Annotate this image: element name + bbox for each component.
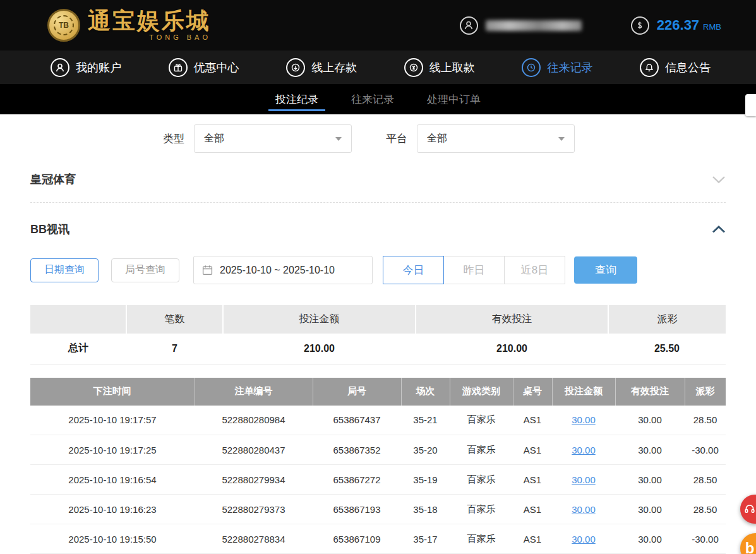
top-header: TB 通宝娱乐城 TONG BAO 226.37RMB <box>0 0 756 51</box>
session: 35-21 <box>401 406 450 435</box>
payout-value: 28.50 <box>685 406 726 435</box>
username-redacted <box>486 20 582 31</box>
main-nav: 我的账户 优惠中心 线上存款 线上取款 往来记录 信息公告 <box>0 51 756 84</box>
brand-name: 通宝娱乐城 <box>88 9 211 32</box>
header-order-number: 注单编号 <box>195 378 313 406</box>
summary-valid-bet: 210.00 <box>416 334 608 364</box>
type-label: 类型 <box>163 131 184 146</box>
date-query-button[interactable]: 日期查询 <box>30 258 99 282</box>
order-number: 522880278834 <box>195 524 313 554</box>
session: 35-20 <box>401 435 450 465</box>
payout-value: -30.00 <box>685 435 726 465</box>
platform-select[interactable]: 全部 <box>417 124 575 153</box>
yesterday-button[interactable]: 昨日 <box>443 256 505 284</box>
bet-time: 2025-10-10 19:16:23 <box>30 495 195 524</box>
account-icon <box>51 58 69 77</box>
table-row: 2025-10-10 19:15:50 522880278834 6538671… <box>30 524 726 554</box>
valid-bet: 30.00 <box>615 435 685 465</box>
gift-icon <box>169 58 188 77</box>
table-number: AS1 <box>513 524 552 554</box>
withdraw-icon <box>404 58 423 77</box>
game-type: 百家乐 <box>450 495 513 524</box>
bet-time: 2025-10-10 19:15:50 <box>30 524 195 554</box>
dollar-icon <box>631 16 649 35</box>
chevron-up-icon[interactable] <box>712 225 726 234</box>
tab-transaction-records[interactable]: 往来记录 <box>349 84 396 114</box>
round-number: 653867352 <box>313 435 401 465</box>
summary-header-valid-bet: 有效投注 <box>416 305 608 334</box>
summary-table: 笔数 投注金额 有效投注 派彩 总计 7 210.00 210.00 25.50 <box>30 305 726 364</box>
summary-header-bet-amount: 投注金额 <box>223 305 416 334</box>
nav-item-withdraw[interactable]: 线上取款 <box>404 58 475 77</box>
nav-label: 线上取款 <box>429 60 475 75</box>
account-summary[interactable] <box>460 16 582 35</box>
balance-amount: 226.37 <box>657 17 699 33</box>
bet-amount-link[interactable]: 30.00 <box>572 414 596 425</box>
game-type: 百家乐 <box>450 435 513 465</box>
quick-range-group: 今日 昨日 近8日 <box>383 256 565 284</box>
payout-value: 28.50 <box>685 495 726 524</box>
nav-item-deposit[interactable]: 线上存款 <box>286 58 357 77</box>
records-icon <box>522 58 541 77</box>
order-number: 522880279373 <box>195 495 313 524</box>
chip-label: TB <box>54 15 74 35</box>
section-crown-sports: 皇冠体育 <box>30 172 726 187</box>
brand-text: 通宝娱乐城 TONG BAO <box>88 9 211 41</box>
filter-row: 类型 全部 平台 全部 <box>163 124 756 153</box>
session: 35-17 <box>401 524 450 554</box>
nav-label: 我的账户 <box>76 60 121 75</box>
bell-icon <box>640 58 659 77</box>
header-session: 场次 <box>401 378 450 406</box>
summary-header-row: 笔数 投注金额 有效投注 派彩 <box>30 305 726 334</box>
round-number: 653867437 <box>313 406 401 435</box>
nav-item-announcements[interactable]: 信息公告 <box>640 58 711 77</box>
floating-service-button[interactable] <box>740 495 756 524</box>
tab-bet-records[interactable]: 投注纪录 <box>273 84 320 114</box>
header-bet-time: 下注时间 <box>30 378 195 406</box>
bet-amount-link[interactable]: 30.00 <box>572 504 596 515</box>
bet-time: 2025-10-10 19:17:25 <box>30 435 195 465</box>
round-number: 653867272 <box>313 465 401 495</box>
sub-tabs: 投注纪录 往来记录 处理中订单 <box>0 84 756 114</box>
floating-chat-button[interactable]: b <box>740 533 756 554</box>
nav-label: 线上存款 <box>311 60 357 75</box>
bet-amount-link[interactable]: 30.00 <box>572 474 596 485</box>
nav-item-promotions[interactable]: 优惠中心 <box>169 58 239 77</box>
summary-total-row: 总计 7 210.00 210.00 25.50 <box>30 334 726 364</box>
query-controls: 日期查询 局号查询 2025-10-10 ~ 2025-10-10 今日 昨日 … <box>30 256 726 284</box>
bet-amount-link[interactable]: 30.00 <box>572 445 596 455</box>
table-row: 2025-10-10 19:16:54 522880279934 6538672… <box>30 465 726 495</box>
brand-logo[interactable]: TB 通宝娱乐城 TONG BAO <box>47 9 211 42</box>
round-number: 653867109 <box>313 524 401 554</box>
order-number: 522880279934 <box>195 465 313 495</box>
brand-subtitle: TONG BAO <box>149 33 211 41</box>
valid-bet: 30.00 <box>615 406 685 435</box>
nav-item-records[interactable]: 往来记录 <box>522 58 592 77</box>
date-range-value: 2025-10-10 ~ 2025-10-10 <box>220 265 335 276</box>
table-number: AS1 <box>513 406 552 435</box>
edge-widget[interactable] <box>745 94 756 116</box>
last-8-days-button[interactable]: 近8日 <box>504 256 565 284</box>
search-button[interactable]: 查询 <box>574 256 637 284</box>
bet-records-table: 下注时间 注单编号 局号 场次 游戏类别 桌号 投注金额 有效投注 派彩 202… <box>30 378 726 554</box>
summary-bet-amount: 210.00 <box>223 334 416 364</box>
bet-amount-link[interactable]: 30.00 <box>572 534 596 545</box>
balance[interactable]: 226.37RMB <box>631 16 721 35</box>
summary-header-count: 笔数 <box>126 305 223 334</box>
nav-item-my-account[interactable]: 我的账户 <box>51 58 121 77</box>
tab-processing-orders[interactable]: 处理中订单 <box>425 84 483 114</box>
chat-glyph: b <box>745 539 755 554</box>
table-number: AS1 <box>513 495 552 524</box>
valid-bet: 30.00 <box>615 465 685 495</box>
platform-label: 平台 <box>386 131 407 146</box>
today-button[interactable]: 今日 <box>383 256 444 284</box>
summary-header-blank <box>30 305 126 334</box>
header-bet-amount: 投注金额 <box>552 378 615 406</box>
table-number: AS1 <box>513 435 552 465</box>
platform-filter: 平台 全部 <box>386 124 575 153</box>
date-range-input[interactable]: 2025-10-10 ~ 2025-10-10 <box>193 256 373 284</box>
chevron-down-icon[interactable] <box>712 175 726 184</box>
round-query-button[interactable]: 局号查询 <box>111 258 179 282</box>
chevron-down-icon <box>558 137 565 141</box>
type-select[interactable]: 全部 <box>194 124 352 153</box>
